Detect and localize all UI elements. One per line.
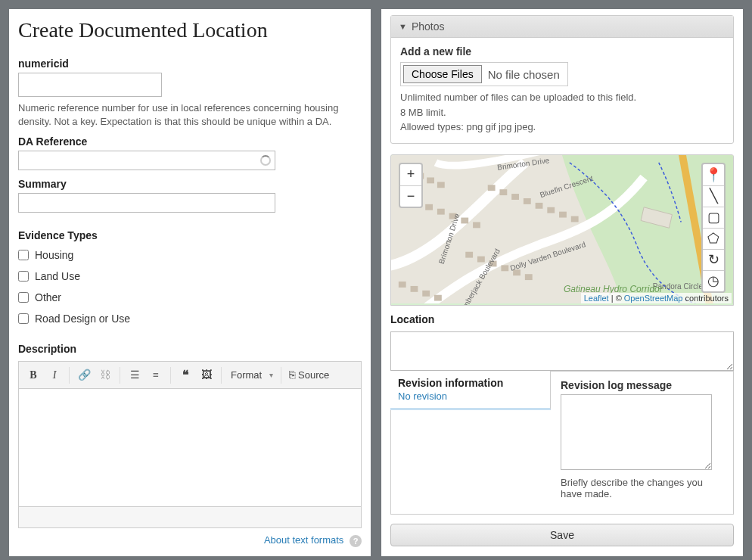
photos-help-1: Unlimited number of files can be uploade… bbox=[400, 91, 724, 104]
svg-rect-14 bbox=[501, 265, 508, 271]
editor-toolbar: B I 🔗 ⛓ ☰ ≡ ❝ 🖼 Format ⎘ Source bbox=[19, 362, 361, 389]
help-icon[interactable]: ? bbox=[350, 535, 362, 547]
svg-rect-22 bbox=[547, 207, 555, 213]
evidence-type-checkbox-land-use[interactable] bbox=[18, 271, 29, 282]
revision-log-label: Revision log message bbox=[561, 379, 722, 391]
file-status: No file chosen bbox=[488, 68, 560, 81]
svg-rect-17 bbox=[488, 185, 496, 191]
clock-icon: ◷ bbox=[707, 272, 719, 289]
svg-rect-28 bbox=[434, 294, 442, 300]
svg-rect-6 bbox=[425, 204, 433, 210]
numericid-input[interactable] bbox=[18, 73, 162, 97]
svg-rect-19 bbox=[511, 194, 519, 200]
source-button[interactable]: ⎘ Source bbox=[286, 366, 332, 385]
revision-box: Revision information No revision Revisio… bbox=[390, 371, 734, 515]
map-attribution: Leaflet | © OpenStreetMap contributors bbox=[581, 293, 732, 303]
evidence-type-checkbox-housing[interactable] bbox=[18, 250, 29, 260]
evidence-type-label[interactable]: Land Use bbox=[35, 270, 80, 282]
draw-control: 📍 ╲ ▢ ⬠ ↻ ◷ bbox=[701, 163, 726, 293]
draw-rect-button[interactable]: ▢ bbox=[703, 207, 724, 228]
loading-spinner-icon bbox=[260, 155, 271, 166]
da-reference-input[interactable] bbox=[18, 151, 275, 170]
format-select[interactable]: Format bbox=[226, 366, 276, 384]
collapse-icon: ▼ bbox=[399, 22, 407, 31]
rect-icon: ▢ bbox=[707, 209, 720, 226]
da-reference-label: DA Reference bbox=[18, 135, 362, 148]
evidence-type-label[interactable]: Housing bbox=[35, 249, 73, 261]
delete-layers-button[interactable]: ◷ bbox=[703, 270, 724, 291]
leaflet-link[interactable]: Leaflet bbox=[584, 294, 609, 303]
polygon-icon: ⬠ bbox=[707, 230, 719, 247]
bullet-list-button[interactable]: ☰ bbox=[125, 366, 144, 385]
map[interactable]: Brimorton Drive Bluefin Crescent Dolly V… bbox=[390, 154, 734, 306]
osm-link[interactable]: OpenStreetMap bbox=[624, 294, 683, 303]
italic-button[interactable]: I bbox=[45, 366, 64, 385]
bold-button[interactable]: B bbox=[23, 366, 43, 385]
unlink-button[interactable]: ⛓ bbox=[95, 366, 115, 385]
evidence-type-label[interactable]: Road Design or Use bbox=[35, 313, 130, 325]
refresh-icon: ↻ bbox=[708, 251, 719, 268]
toolbar-separator bbox=[69, 367, 70, 384]
svg-rect-21 bbox=[536, 203, 543, 209]
evidence-type-checkbox-other[interactable] bbox=[18, 292, 29, 303]
toolbar-separator bbox=[281, 367, 281, 384]
svg-rect-26 bbox=[411, 286, 418, 292]
quote-button[interactable]: ❝ bbox=[176, 366, 195, 385]
save-button[interactable]: Save bbox=[390, 524, 734, 546]
revision-log-textarea[interactable] bbox=[561, 394, 712, 470]
quote-icon: ❝ bbox=[182, 368, 189, 382]
revision-tab[interactable]: Revision information No revision bbox=[390, 371, 551, 410]
photos-help-2: 8 MB limit. bbox=[400, 106, 724, 120]
svg-rect-12 bbox=[477, 256, 485, 262]
unlink-icon: ⛓ bbox=[100, 369, 110, 381]
photos-header[interactable]: ▼ Photos bbox=[391, 16, 733, 38]
edit-layers-button[interactable]: ↻ bbox=[703, 249, 724, 270]
toolbar-separator bbox=[120, 367, 120, 384]
svg-rect-25 bbox=[399, 282, 406, 288]
image-button[interactable]: 🖼 bbox=[197, 366, 216, 385]
zoom-in-button[interactable]: + bbox=[400, 164, 421, 185]
zoom-out-button[interactable]: − bbox=[400, 185, 421, 207]
choose-files-button[interactable]: Choose Files bbox=[403, 65, 482, 83]
svg-rect-4 bbox=[437, 182, 445, 188]
bullet-list-icon: ☰ bbox=[130, 369, 140, 381]
svg-rect-11 bbox=[465, 251, 473, 257]
revision-log-help: Briefly describe the changes you have ma… bbox=[561, 477, 712, 499]
evidence-type-label[interactable]: Other bbox=[35, 291, 61, 303]
svg-rect-27 bbox=[422, 290, 430, 296]
plus-icon: + bbox=[407, 166, 415, 182]
description-label: Description bbox=[18, 343, 362, 355]
revision-tab-sub: No revision bbox=[398, 390, 542, 402]
page-title: Create Documented Location bbox=[18, 18, 362, 42]
svg-rect-3 bbox=[427, 177, 434, 183]
form-panel-left: Create Documented Location numericid Num… bbox=[9, 9, 371, 556]
draw-marker-button[interactable]: 📍 bbox=[703, 164, 724, 185]
rich-text-editor: B I 🔗 ⛓ ☰ ≡ ❝ 🖼 Format ⎘ Source bbox=[18, 361, 362, 528]
draw-line-button[interactable]: ╲ bbox=[703, 185, 724, 207]
source-label: Source bbox=[298, 369, 329, 381]
svg-rect-18 bbox=[499, 189, 507, 195]
zoom-control: + − bbox=[399, 163, 423, 208]
svg-rect-23 bbox=[559, 211, 567, 217]
draw-polygon-button[interactable]: ⬠ bbox=[703, 228, 724, 249]
link-icon: 🔗 bbox=[78, 369, 91, 381]
svg-rect-7 bbox=[437, 208, 445, 214]
evidence-type-checkbox-road-design[interactable] bbox=[18, 313, 29, 324]
numericid-label: numericid bbox=[18, 58, 362, 70]
add-file-label: Add a new file bbox=[400, 45, 724, 58]
link-button[interactable]: 🔗 bbox=[74, 366, 94, 385]
toolbar-separator bbox=[170, 367, 171, 384]
evidence-types-label: Evidence Types bbox=[18, 229, 362, 241]
line-icon: ╲ bbox=[710, 188, 718, 204]
numbered-list-button[interactable]: ≡ bbox=[146, 366, 166, 385]
photos-header-label: Photos bbox=[412, 20, 445, 33]
minus-icon: − bbox=[407, 188, 415, 204]
photos-section: ▼ Photos Add a new file Choose Files No … bbox=[390, 15, 734, 144]
summary-input[interactable] bbox=[18, 193, 275, 213]
svg-rect-16 bbox=[525, 274, 533, 280]
editor-body[interactable] bbox=[19, 389, 361, 506]
location-textarea[interactable] bbox=[390, 331, 734, 371]
about-text-formats-link[interactable]: About text formats bbox=[264, 534, 344, 546]
svg-rect-10 bbox=[473, 222, 480, 228]
form-panel-right: ▼ Photos Add a new file Choose Files No … bbox=[381, 9, 743, 556]
